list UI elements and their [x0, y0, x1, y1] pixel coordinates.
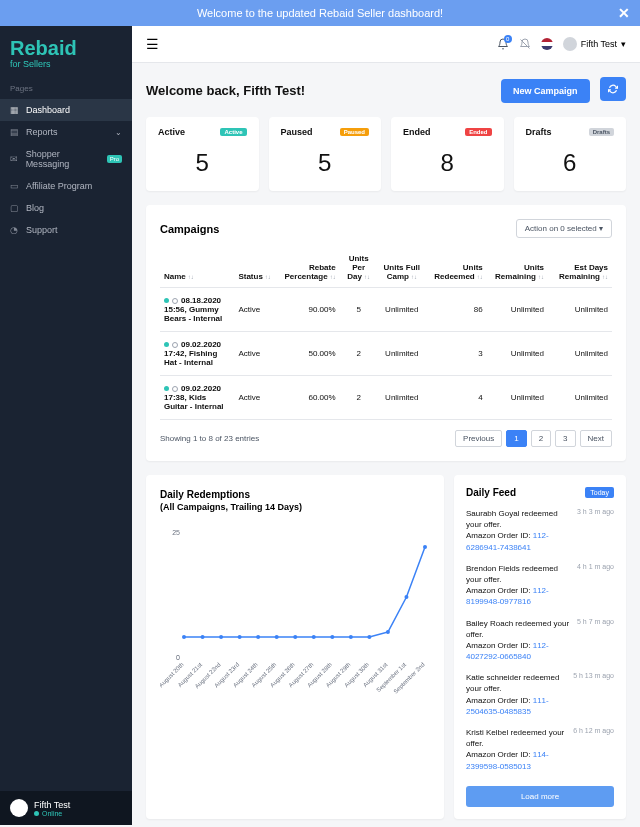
- order-link[interactable]: 112-4027292-0665840: [466, 641, 549, 661]
- logo-brand: Rebaid: [10, 38, 122, 58]
- feed-title: Daily Feed: [466, 487, 516, 498]
- avatar: [10, 799, 28, 817]
- svg-point-6: [238, 635, 242, 639]
- chart-panel: Daily Redemptions (All Campaigns, Traili…: [146, 475, 444, 819]
- banner-text: Welcome to the updated Rebaid Seller das…: [197, 7, 443, 19]
- nav-icon: ◔: [10, 225, 20, 235]
- svg-point-5: [219, 635, 223, 639]
- feed-item: 4 h 1 m agoBrendon Fields redeemed your …: [466, 563, 614, 608]
- topbar: ☰ 0 Fifth Test ▾: [132, 26, 640, 63]
- svg-point-16: [423, 545, 427, 549]
- campaigns-title: Campaigns: [160, 223, 219, 235]
- col-header[interactable]: Units Full Camp↑↓: [378, 248, 426, 288]
- feed-time: 3 h 3 m ago: [577, 508, 614, 515]
- svg-point-9: [293, 635, 297, 639]
- sidebar-item-shopper-messaging[interactable]: ✉Shopper MessagingPro: [0, 143, 132, 175]
- svg-point-10: [312, 635, 316, 639]
- nav-icon: ✉: [10, 154, 20, 164]
- sidebar: Rebaid for Sellers Pages ▦Dashboard▤Repo…: [0, 26, 132, 825]
- sidebar-item-affiliate-program[interactable]: ▭Affiliate Program: [0, 175, 132, 197]
- svg-point-3: [182, 635, 186, 639]
- col-header[interactable]: Est Days Remaining↑↓: [548, 248, 612, 288]
- order-link[interactable]: 112-6286941-7438641: [466, 531, 549, 551]
- page-next[interactable]: Next: [580, 430, 612, 447]
- chart-subtitle: (All Campaigns, Trailing 14 Days): [160, 502, 430, 512]
- sidebar-item-dashboard[interactable]: ▦Dashboard: [0, 99, 132, 121]
- refresh-button[interactable]: [600, 77, 626, 101]
- feed-item: 6 h 12 m agoKristi Kelbel redeemed your …: [466, 727, 614, 772]
- user-name: Fifth Test: [34, 800, 70, 810]
- nav-icon: ▦: [10, 105, 20, 115]
- user-status: Online: [42, 810, 62, 817]
- col-header[interactable]: Units Redeemed↑↓: [426, 248, 487, 288]
- pagination: Previous123Next: [455, 430, 612, 447]
- svg-point-7: [256, 635, 260, 639]
- page-previous[interactable]: Previous: [455, 430, 502, 447]
- bulk-action-dropdown[interactable]: Action on 0 selected ▾: [516, 219, 612, 238]
- line-chart: 250August 20thAugust 21stAugust 22ndAugu…: [160, 522, 430, 712]
- chevron-down-icon: ⌄: [115, 128, 122, 137]
- feed-item: 3 h 3 m agoSaurabh Goyal redeemed your o…: [466, 508, 614, 553]
- feed-time: 6 h 12 m ago: [573, 727, 614, 734]
- sidebar-section-label: Pages: [0, 84, 132, 99]
- col-header[interactable]: Status↑↓: [234, 248, 274, 288]
- svg-point-4: [201, 635, 205, 639]
- nav-icon: ▢: [10, 203, 20, 213]
- feed-item: 5 h 13 m agoKatie schneider redeemed you…: [466, 672, 614, 717]
- page-1[interactable]: 1: [506, 430, 526, 447]
- menu-icon[interactable]: ☰: [146, 36, 159, 52]
- col-header[interactable]: Units Per Day↑↓: [340, 248, 378, 288]
- svg-text:0: 0: [176, 654, 180, 661]
- campaigns-table: Name↑↓Status↑↓Rebate Percentage↑↓Units P…: [160, 248, 612, 420]
- status-badge: Active: [220, 128, 246, 136]
- col-header[interactable]: Rebate Percentage↑↓: [275, 248, 340, 288]
- campaigns-panel: Campaigns Action on 0 selected ▾ Name↑↓S…: [146, 205, 626, 461]
- order-link[interactable]: 112-8199948-0977816: [466, 586, 549, 606]
- stat-card-active[interactable]: ActiveActive5: [146, 117, 259, 191]
- sidebar-item-reports[interactable]: ▤Reports⌄: [0, 121, 132, 143]
- feed-time: 5 h 13 m ago: [573, 672, 614, 679]
- stat-card-paused[interactable]: PausedPaused5: [269, 117, 382, 191]
- col-header[interactable]: Units Remaining↑↓: [487, 248, 548, 288]
- logo-sub: for Sellers: [10, 59, 122, 69]
- nav-icon: ▭: [10, 181, 20, 191]
- notification-icon[interactable]: 0: [497, 38, 509, 50]
- chevron-down-icon: ▾: [621, 39, 626, 49]
- logo: Rebaid for Sellers: [0, 26, 132, 84]
- svg-text:25: 25: [172, 529, 180, 536]
- stat-card-ended[interactable]: EndedEnded8: [391, 117, 504, 191]
- page-3[interactable]: 3: [555, 430, 575, 447]
- feed-panel: Daily Feed Today 3 h 3 m agoSaurabh Goya…: [454, 475, 626, 819]
- stat-card-drafts[interactable]: DraftsDrafts6: [514, 117, 627, 191]
- bell-off-icon[interactable]: [519, 38, 531, 50]
- load-more-button[interactable]: Load more: [466, 786, 614, 807]
- page-2[interactable]: 2: [531, 430, 551, 447]
- nav-icon: ▤: [10, 127, 20, 137]
- table-showing: Showing 1 to 8 of 23 entries: [160, 434, 259, 443]
- svg-point-12: [349, 635, 353, 639]
- svg-point-14: [386, 630, 390, 634]
- feed-item: 5 h 7 m agoBailey Roach redeemed your of…: [466, 618, 614, 663]
- table-row[interactable]: 08.18.2020 15:56, Gummy Bears - Internal…: [160, 288, 612, 332]
- flag-icon[interactable]: [541, 38, 553, 50]
- page-title: Welcome back, Fifth Test!: [146, 83, 305, 98]
- feed-time: 5 h 7 m ago: [577, 618, 614, 625]
- status-badge: Paused: [340, 128, 369, 136]
- order-link[interactable]: 111-2504635-0485835: [466, 696, 549, 716]
- svg-point-13: [367, 635, 371, 639]
- close-icon[interactable]: ✕: [618, 5, 630, 21]
- status-badge: Drafts: [589, 128, 614, 136]
- svg-point-11: [330, 635, 334, 639]
- order-link[interactable]: 114-2399598-0585013: [466, 750, 549, 770]
- new-campaign-button[interactable]: New Campaign: [501, 79, 590, 103]
- sidebar-item-support[interactable]: ◔Support: [0, 219, 132, 241]
- announcement-banner: Welcome to the updated Rebaid Seller das…: [0, 0, 640, 26]
- sidebar-item-blog[interactable]: ▢Blog: [0, 197, 132, 219]
- user-dropdown[interactable]: Fifth Test ▾: [563, 37, 626, 51]
- sidebar-user[interactable]: Fifth Test Online: [0, 791, 132, 825]
- col-header[interactable]: Name↑↓: [160, 248, 234, 288]
- table-row[interactable]: 09.02.2020 17:38, Kids Guitar - Internal…: [160, 376, 612, 420]
- status-badge: Ended: [465, 128, 491, 136]
- table-row[interactable]: 09.02.2020 17:42, Fishing Hat - Internal…: [160, 332, 612, 376]
- svg-point-15: [404, 595, 408, 599]
